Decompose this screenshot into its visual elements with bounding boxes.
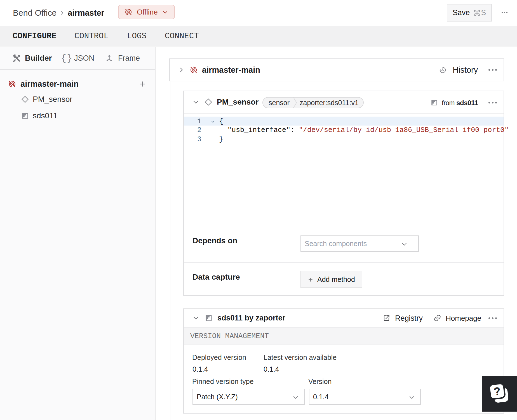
svg-text:?: ? [493,385,501,398]
